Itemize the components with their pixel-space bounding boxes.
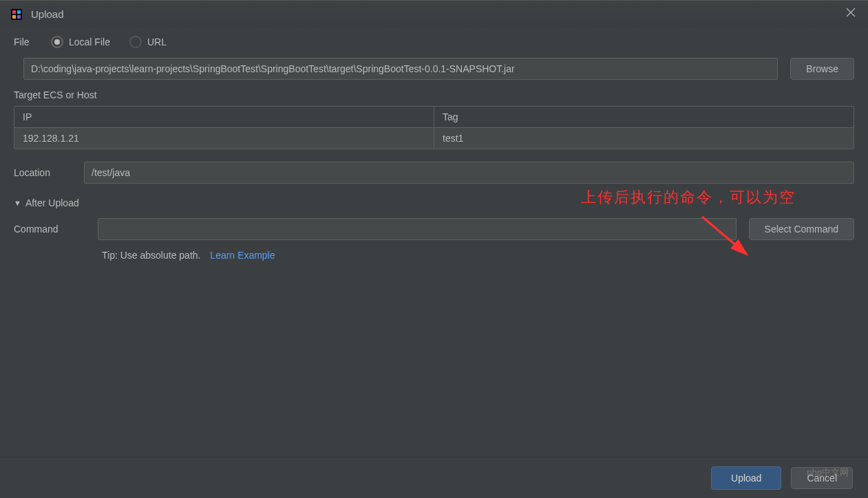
- close-icon[interactable]: [846, 8, 856, 20]
- cell-ip: 192.128.1.21: [14, 128, 434, 149]
- chevron-down-icon: ▼: [14, 199, 21, 207]
- location-label: Location: [14, 167, 74, 178]
- location-input[interactable]: [84, 162, 854, 184]
- upload-button[interactable]: Upload: [711, 466, 781, 490]
- file-path-input[interactable]: [23, 58, 778, 80]
- command-label: Command: [14, 224, 88, 235]
- svg-rect-3: [12, 15, 16, 19]
- select-command-button[interactable]: Select Command: [749, 218, 854, 240]
- radio-local-file-label[interactable]: Local File: [69, 36, 110, 47]
- svg-rect-4: [17, 15, 21, 19]
- cell-tag: test1: [434, 128, 854, 149]
- after-upload-label: After Upload: [25, 197, 79, 208]
- browse-button[interactable]: Browse: [790, 58, 854, 80]
- app-icon: [10, 8, 23, 21]
- col-header-tag[interactable]: Tag: [434, 107, 854, 127]
- titlebar: Upload: [0, 0, 868, 28]
- svg-rect-2: [17, 10, 21, 14]
- col-header-ip[interactable]: IP: [14, 107, 434, 127]
- radio-local-file[interactable]: [51, 36, 63, 48]
- cancel-button[interactable]: Cancel: [791, 467, 853, 489]
- target-section-label: Target ECS or Host: [14, 89, 854, 100]
- radio-url-label[interactable]: URL: [147, 36, 167, 47]
- table-header: IP Tag: [14, 107, 854, 127]
- target-table: IP Tag 192.128.1.21 test1: [14, 106, 854, 149]
- tip-text: Tip: Use absolute path.: [102, 250, 200, 261]
- learn-example-link[interactable]: Learn Example: [210, 250, 275, 261]
- tip-row: Tip: Use absolute path. Learn Example: [102, 250, 854, 261]
- dialog-title: Upload: [31, 8, 64, 20]
- file-source-row: File Local File URL: [14, 36, 854, 48]
- svg-rect-1: [12, 10, 16, 14]
- command-input[interactable]: [98, 218, 737, 240]
- table-row[interactable]: 192.128.1.21 test1: [14, 127, 854, 149]
- radio-url[interactable]: [129, 36, 142, 48]
- dialog-footer: Upload Cancel: [0, 457, 868, 498]
- file-label: File: [14, 36, 41, 47]
- after-upload-expander[interactable]: ▼ After Upload: [14, 197, 854, 208]
